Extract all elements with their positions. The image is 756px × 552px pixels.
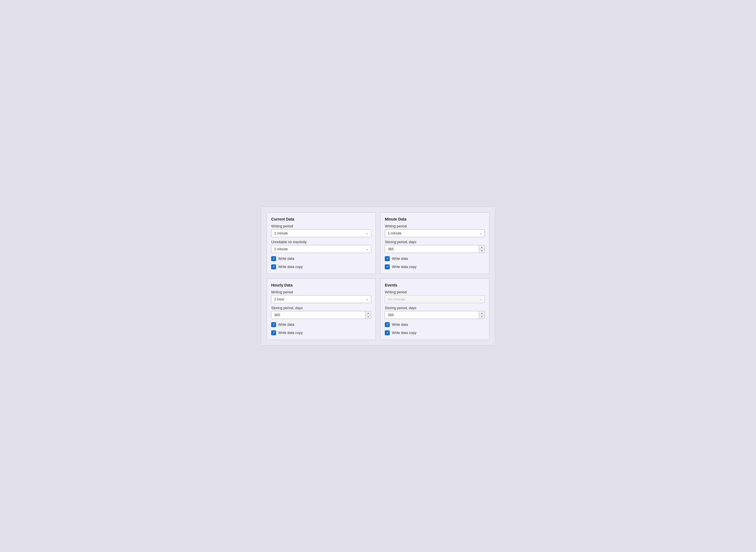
hourly-data-panel: Hourly Data Writing period 1 minute 5 mi… <box>267 278 376 340</box>
events-writing-period-select[interactable]: On change <box>385 295 485 303</box>
hourly-write-data-copy-row: ✓ Write data copy <box>271 330 371 335</box>
current-write-data-label: Write data <box>278 257 294 261</box>
events-writing-period-label: Writing period <box>385 290 485 294</box>
current-data-panel: Current Data Writing period 1 minute 5 m… <box>267 213 376 274</box>
hourly-write-data-checkmark-icon: ✓ <box>273 323 275 326</box>
minute-storing-period-spinbox: 365 ▲ ▼ <box>385 245 485 253</box>
current-write-data-row: ✓ Write data <box>271 256 371 261</box>
events-write-data-checkmark-icon: ✓ <box>386 323 389 326</box>
hourly-storing-period-up-button[interactable]: ▲ <box>365 311 371 315</box>
events-write-data-copy-checkmark-icon: ✓ <box>386 331 389 334</box>
minute-write-data-copy-label: Write data copy <box>392 265 417 269</box>
events-panel: Events Writing period On change ⌄ Storin… <box>380 278 489 340</box>
hourly-storing-period-label: Storing period, days <box>271 306 371 310</box>
current-write-data-checkbox[interactable]: ✓ <box>271 256 276 261</box>
minute-write-data-row: ✓ Write data <box>385 256 485 261</box>
hourly-write-data-copy-checkbox[interactable]: ✓ <box>271 330 276 335</box>
current-write-data-copy-label: Write data copy <box>278 265 303 269</box>
events-write-data-copy-row: ✓ Write data copy <box>385 330 485 335</box>
current-unreliable-label: Unreliable on inactivity <box>271 240 371 244</box>
minute-storing-period-buttons: ▲ ▼ <box>479 245 484 253</box>
events-write-data-label: Write data <box>392 322 408 326</box>
minute-storing-period-down-button[interactable]: ▼ <box>479 249 484 253</box>
main-container: Current Data Writing period 1 minute 5 m… <box>261 206 495 346</box>
minute-write-data-checkbox[interactable]: ✓ <box>385 256 390 261</box>
events-write-data-row: ✓ Write data <box>385 322 485 327</box>
hourly-write-data-checkbox[interactable]: ✓ <box>271 322 276 327</box>
hourly-data-title: Hourly Data <box>271 283 371 287</box>
events-storing-period-input[interactable]: 365 <box>385 311 479 319</box>
current-writing-period-label: Writing period <box>271 224 371 228</box>
minute-write-data-copy-row: ✓ Write data copy <box>385 264 485 269</box>
minute-data-title: Minute Data <box>385 217 485 221</box>
events-title: Events <box>385 283 485 287</box>
current-unreliable-wrapper: 1 minute 5 minutes 15 minutes 30 minutes… <box>271 245 371 253</box>
events-write-data-copy-label: Write data copy <box>392 331 417 335</box>
hourly-storing-period-down-button[interactable]: ▼ <box>365 315 371 319</box>
events-write-data-checkbox[interactable]: ✓ <box>385 322 390 327</box>
minute-storing-period-up-button[interactable]: ▲ <box>479 245 484 249</box>
current-write-data-copy-checkmark-icon: ✓ <box>273 265 275 268</box>
current-write-data-copy-checkbox[interactable]: ✓ <box>271 264 276 269</box>
minute-write-data-copy-checkbox[interactable]: ✓ <box>385 264 390 269</box>
minute-write-data-copy-checkmark-icon: ✓ <box>386 265 389 268</box>
events-writing-period-wrapper: On change ⌄ <box>385 295 485 303</box>
events-write-data-copy-checkbox[interactable]: ✓ <box>385 330 390 335</box>
minute-writing-period-label: Writing period <box>385 224 485 228</box>
minute-write-data-label: Write data <box>392 257 408 261</box>
current-unreliable-select[interactable]: 1 minute 5 minutes 15 minutes 30 minutes <box>271 245 371 253</box>
hourly-writing-period-select[interactable]: 1 minute 5 minutes 15 minutes 30 minutes… <box>271 295 371 303</box>
hourly-write-data-row: ✓ Write data <box>271 322 371 327</box>
events-storing-period-label: Storing period, days <box>385 306 485 310</box>
hourly-storing-period-input[interactable]: 365 <box>272 311 365 319</box>
minute-data-panel: Minute Data Writing period 1 minute 5 mi… <box>380 213 489 274</box>
events-storing-period-down-button[interactable]: ▼ <box>479 315 484 319</box>
events-storing-period-spinbox: 365 ▲ ▼ <box>385 311 485 319</box>
minute-write-data-checkmark-icon: ✓ <box>386 257 389 260</box>
events-storing-period-up-button[interactable]: ▲ <box>479 311 484 315</box>
current-writing-period-wrapper: 1 minute 5 minutes 15 minutes 30 minutes… <box>271 229 371 237</box>
hourly-write-data-copy-label: Write data copy <box>278 331 303 335</box>
minute-writing-period-select[interactable]: 1 minute 5 minutes 15 minutes 30 minutes… <box>385 229 485 237</box>
hourly-writing-period-wrapper: 1 minute 5 minutes 15 minutes 30 minutes… <box>271 295 371 303</box>
hourly-write-data-label: Write data <box>278 322 294 326</box>
current-write-data-checkmark-icon: ✓ <box>273 257 275 260</box>
hourly-writing-period-label: Writing period <box>271 290 371 294</box>
minute-storing-period-input[interactable]: 365 <box>385 245 479 253</box>
hourly-storing-period-spinbox: 365 ▲ ▼ <box>271 311 371 319</box>
hourly-storing-period-buttons: ▲ ▼ <box>365 311 371 319</box>
current-data-title: Current Data <box>271 217 371 221</box>
minute-writing-period-wrapper: 1 minute 5 minutes 15 minutes 30 minutes… <box>385 229 485 237</box>
current-write-data-copy-row: ✓ Write data copy <box>271 264 371 269</box>
hourly-write-data-copy-checkmark-icon: ✓ <box>273 331 275 334</box>
minute-storing-period-label: Storing period, days <box>385 240 485 244</box>
current-writing-period-select[interactable]: 1 minute 5 minutes 15 minutes 30 minutes… <box>271 229 371 237</box>
events-storing-period-buttons: ▲ ▼ <box>479 311 484 319</box>
